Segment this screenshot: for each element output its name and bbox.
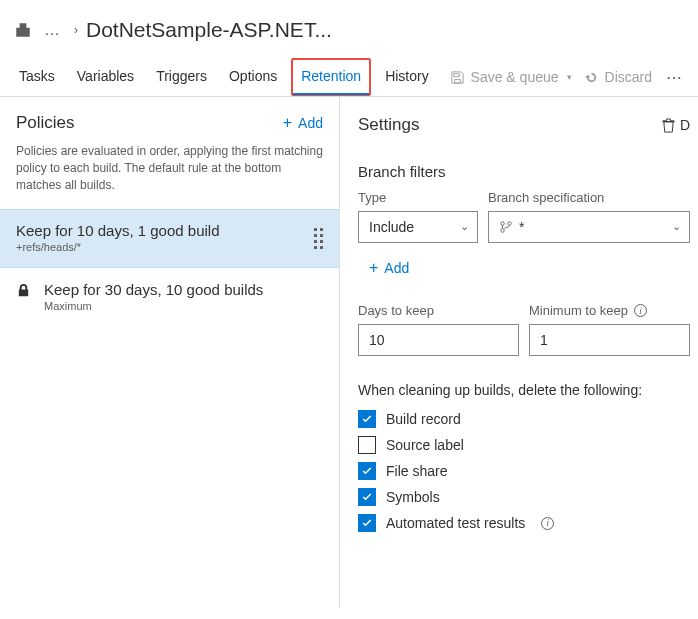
breadcrumb-header: … › DotNetSample-ASP.NET...: [0, 0, 698, 58]
policy-title: Keep for 30 days, 10 good builds: [44, 281, 323, 298]
policy-item[interactable]: Keep for 30 days, 10 good builds Maximum: [0, 268, 339, 327]
days-to-keep-input[interactable]: 10: [358, 324, 519, 356]
save-icon: [450, 70, 465, 85]
checkbox[interactable]: [358, 436, 376, 454]
type-select[interactable]: Include ⌄: [358, 211, 478, 243]
tab-triggers[interactable]: Triggers: [148, 58, 215, 96]
tab-variables[interactable]: Variables: [69, 58, 142, 96]
policies-description: Policies are evaluated in order, applyin…: [0, 137, 339, 209]
branch-spec-label: Branch specification: [488, 190, 690, 205]
checkbox-label: File share: [386, 463, 447, 479]
tab-options[interactable]: Options: [221, 58, 285, 96]
tab-tasks[interactable]: Tasks: [11, 58, 63, 96]
add-policy-button[interactable]: + Add: [283, 115, 323, 131]
checkbox[interactable]: [358, 410, 376, 428]
page-title[interactable]: DotNetSample-ASP.NET...: [86, 18, 332, 42]
svg-point-1: [508, 222, 512, 226]
settings-heading: Settings: [358, 115, 419, 135]
branch-spec-select[interactable]: * ⌄: [488, 211, 690, 243]
checkbox-label: Source label: [386, 437, 464, 453]
plus-icon: +: [369, 260, 378, 276]
chevron-right-icon: ›: [72, 23, 80, 37]
policy-item[interactable]: Keep for 10 days, 1 good build +refs/hea…: [0, 209, 339, 268]
branch-filters-heading: Branch filters: [358, 163, 690, 180]
chevron-down-icon: ⌄: [460, 220, 469, 233]
save-queue-button: Save & queue ▾: [444, 61, 578, 93]
delete-button[interactable]: D: [661, 117, 690, 133]
policy-title: Keep for 10 days, 1 good build: [16, 222, 302, 239]
plus-icon: +: [283, 115, 292, 131]
discard-button: Discard: [578, 61, 658, 93]
policies-heading: Policies: [16, 113, 283, 133]
chevron-down-icon: ⌄: [672, 220, 681, 233]
policies-panel: Policies + Add Policies are evaluated in…: [0, 97, 340, 608]
svg-point-0: [501, 222, 505, 226]
checkbox[interactable]: [358, 462, 376, 480]
info-icon[interactable]: i: [634, 304, 647, 317]
info-icon[interactable]: i: [541, 517, 554, 530]
checkbox-label: Build record: [386, 411, 461, 427]
more-icon[interactable]: ⋯: [658, 60, 690, 95]
cleanup-option: Source label: [358, 436, 690, 454]
tab-history[interactable]: History: [377, 58, 437, 96]
drag-handle-icon[interactable]: [314, 222, 323, 249]
cleanup-option: Symbols: [358, 488, 690, 506]
project-icon[interactable]: [14, 21, 32, 39]
checkbox-label: Symbols: [386, 489, 440, 505]
add-filter-button[interactable]: + Add: [358, 253, 420, 283]
checkbox-label: Automated test results: [386, 515, 525, 531]
minimum-to-keep-label: Minimum to keep: [529, 303, 628, 318]
checkbox[interactable]: [358, 514, 376, 532]
breadcrumb-ellipsis[interactable]: …: [38, 21, 66, 39]
branch-icon: [499, 220, 513, 234]
cleanup-option: Automated test resultsi: [358, 514, 690, 532]
type-label: Type: [358, 190, 478, 205]
policy-subtitle: +refs/heads/*: [16, 241, 302, 253]
lock-icon: [16, 283, 32, 301]
checkbox[interactable]: [358, 488, 376, 506]
svg-point-2: [501, 229, 505, 233]
cleanup-option: File share: [358, 462, 690, 480]
days-to-keep-label: Days to keep: [358, 303, 519, 318]
settings-panel: Settings D Branch filters Type Include ⌄…: [340, 97, 698, 608]
policy-subtitle: Maximum: [44, 300, 323, 312]
trash-icon: [661, 118, 676, 133]
minimum-to-keep-input[interactable]: 1: [529, 324, 690, 356]
cleanup-option: Build record: [358, 410, 690, 428]
tab-retention[interactable]: Retention: [291, 58, 371, 96]
undo-icon: [584, 70, 599, 85]
tab-bar: Tasks Variables Triggers Options Retenti…: [0, 58, 698, 97]
chevron-down-icon: ▾: [567, 72, 572, 82]
cleanup-heading: When cleaning up builds, delete the foll…: [358, 382, 690, 398]
